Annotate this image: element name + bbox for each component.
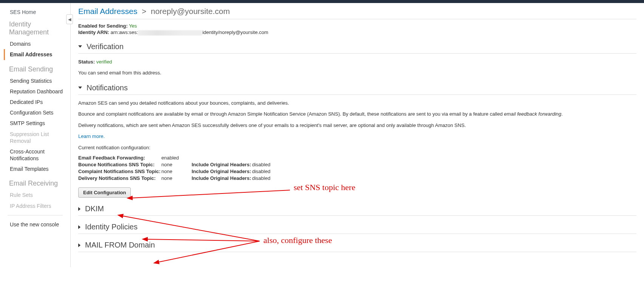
edit-configuration-button[interactable]: Edit Configuration bbox=[78, 187, 131, 198]
caret-right-icon bbox=[78, 243, 80, 247]
nav-domains[interactable]: Domains bbox=[4, 39, 68, 49]
ioh-label-1: Include Original Headers: bbox=[192, 162, 252, 167]
nav-email-addresses[interactable]: Email Addresses bbox=[4, 49, 68, 60]
ioh-value-3: disabled bbox=[252, 175, 270, 181]
arn-suffix: identity/noreply@yoursite.com bbox=[202, 29, 268, 35]
breadcrumb-sep: > bbox=[142, 7, 146, 15]
eff-label: Email Feedback Forwarding: bbox=[78, 155, 161, 161]
section-mailfrom: MAIL FROM Domain bbox=[78, 241, 636, 252]
delivery-value: none bbox=[161, 175, 192, 181]
status-value: verified bbox=[96, 59, 112, 65]
section-mailfrom-title: MAIL FROM Domain bbox=[85, 241, 155, 249]
nav-sending-statistics[interactable]: Sending Statistics bbox=[4, 76, 68, 86]
nav-smtp-settings[interactable]: SMTP Settings bbox=[4, 118, 68, 128]
nav-email-templates[interactable]: Email Templates bbox=[4, 164, 68, 174]
ioh-label-3: Include Original Headers: bbox=[192, 175, 252, 181]
verification-body: You can send email from this address. bbox=[78, 69, 636, 77]
nav-ses-home[interactable]: SES Home bbox=[4, 7, 68, 17]
notif-p1: Amazon SES can send you detailed notific… bbox=[78, 99, 636, 107]
section-notifications: Notifications Amazon SES can send you de… bbox=[78, 84, 636, 198]
complaint-label: Complaint Notifications SNS Topic: bbox=[78, 169, 161, 174]
section-notifications-header[interactable]: Notifications bbox=[78, 84, 636, 95]
nav-dedicated-ips[interactable]: Dedicated IPs bbox=[4, 97, 68, 107]
ioh-value-1: disabled bbox=[252, 162, 270, 167]
nav-configuration-sets[interactable]: Configuration Sets bbox=[4, 107, 68, 118]
nav-rule-sets[interactable]: Rule Sets bbox=[4, 190, 68, 200]
delivery-label: Delivery Notifications SNS Topic: bbox=[78, 175, 161, 181]
section-verification-title: Verification bbox=[87, 42, 124, 51]
breadcrumb-parent[interactable]: Email Addresses bbox=[78, 7, 137, 15]
notif-p3: Delivery notifications, which are sent w… bbox=[78, 122, 636, 129]
breadcrumb: Email Addresses > noreply@yoursite.com bbox=[78, 7, 636, 16]
enabled-line: Enabled for Sending: Yes bbox=[78, 23, 636, 29]
nav-group-sending: Email Sending bbox=[9, 65, 68, 73]
nav-group-identity: Identity Management bbox=[9, 20, 68, 36]
section-dkim: DKIM bbox=[78, 204, 636, 216]
ioh-value-2: disabled bbox=[252, 169, 270, 174]
section-verification-header[interactable]: Verification bbox=[78, 42, 636, 54]
ioh-label-2: Include Original Headers: bbox=[192, 169, 252, 174]
arn-prefix: arn:aws:ses: bbox=[110, 29, 138, 35]
nav-cross-account[interactable]: Cross-Account Notifications bbox=[4, 146, 68, 164]
status-label: Status: bbox=[78, 59, 95, 65]
sidebar-divider bbox=[8, 215, 63, 215]
notif-p2: Bounce and complaint notifications are a… bbox=[78, 110, 636, 118]
top-bar bbox=[0, 0, 644, 3]
section-policies-header[interactable]: Identity Policies bbox=[78, 223, 636, 234]
arn-label: Identity ARN: bbox=[78, 29, 109, 35]
bounce-value: none bbox=[161, 162, 192, 167]
section-policies: Identity Policies bbox=[78, 223, 636, 234]
nav-ip-filters[interactable]: IP Address Filters bbox=[4, 201, 68, 211]
arn-line: Identity ARN: arn:aws:ses:identity/norep… bbox=[78, 29, 636, 36]
caret-right-icon bbox=[78, 207, 80, 211]
enabled-value: Yes bbox=[129, 23, 137, 29]
breadcrumb-current: noreply@yoursite.com bbox=[151, 7, 230, 15]
nav-new-console[interactable]: Use the new console bbox=[4, 219, 68, 230]
caret-down-icon bbox=[78, 45, 82, 48]
section-dkim-title: DKIM bbox=[85, 204, 104, 213]
nav-group-receiving: Email Receiving bbox=[9, 180, 68, 187]
section-mailfrom-header[interactable]: MAIL FROM Domain bbox=[78, 241, 636, 252]
learn-more-link[interactable]: Learn more. bbox=[78, 133, 105, 139]
nav-suppression-list[interactable]: Suppression List Removal bbox=[4, 129, 68, 146]
caret-right-icon bbox=[78, 225, 80, 229]
bounce-label: Bounce Notifications SNS Topic: bbox=[78, 162, 161, 167]
enabled-label: Enabled for Sending: bbox=[78, 23, 128, 29]
eff-value: enabled bbox=[161, 155, 192, 161]
hr bbox=[78, 19, 636, 19]
section-dkim-header[interactable]: DKIM bbox=[78, 204, 636, 216]
section-notifications-title: Notifications bbox=[87, 84, 128, 92]
arn-redacted bbox=[138, 30, 202, 36]
notification-config-table: Email Feedback Forwarding: enabled Bounc… bbox=[78, 155, 636, 181]
nav-reputation-dashboard[interactable]: Reputation Dashboard bbox=[4, 86, 68, 97]
main-content: Email Addresses > noreply@yoursite.com E… bbox=[71, 3, 644, 267]
current-config-label: Current notification configuration: bbox=[78, 144, 636, 152]
sidebar: SES Home Identity Management Domains Ema… bbox=[0, 3, 68, 267]
section-verification: Verification Status: verified You can se… bbox=[78, 42, 636, 77]
complaint-value: none bbox=[161, 169, 192, 174]
caret-down-icon bbox=[78, 87, 82, 89]
section-policies-title: Identity Policies bbox=[85, 223, 138, 231]
